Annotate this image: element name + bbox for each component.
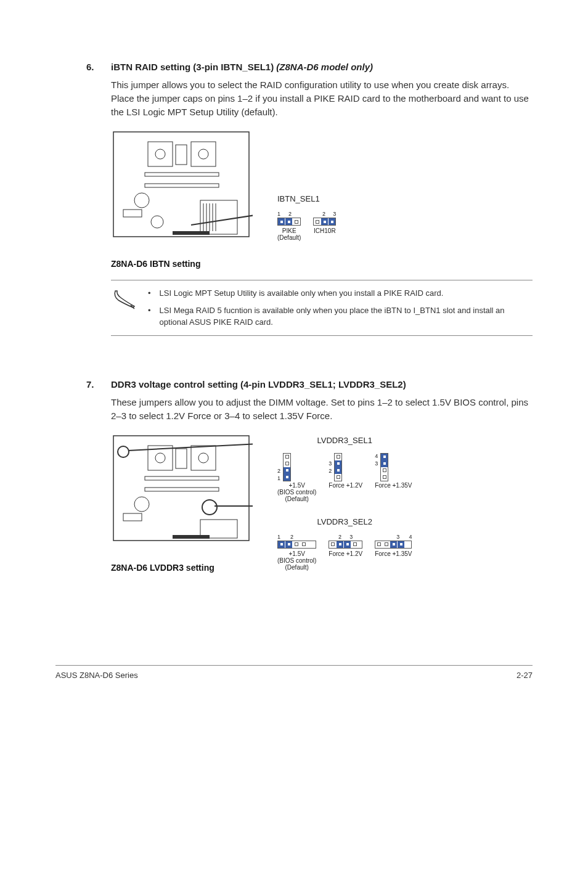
pin-num: 3 bbox=[333, 211, 336, 217]
sel2-opt3: 34 Force +1.35V bbox=[375, 534, 412, 557]
sel1-opt3: 34 Force +1.35V bbox=[375, 452, 412, 502]
jumper-lvddr3-sel2: LVDDR3_SEL2 12 +1.5V (BIOS control) (Def… bbox=[277, 517, 412, 571]
section-7: 7. DDR3 voltage control setting (4-pin L… bbox=[86, 379, 533, 573]
section-7-title: DDR3 voltage control setting (4-pin LVDD… bbox=[111, 379, 406, 390]
note-block: • LSI Logic MPT Setup Utility is availab… bbox=[111, 280, 533, 336]
svg-rect-19 bbox=[113, 436, 249, 541]
bullet-dot: • bbox=[148, 305, 151, 327]
opt-label: (BIOS control) bbox=[277, 489, 316, 496]
opt-label: Force +1.35V bbox=[375, 482, 412, 489]
section-6-number: 6. bbox=[86, 62, 111, 72]
jumper-label: IBTN_SEL1 bbox=[277, 194, 336, 203]
section-7-body: These jumpers allow you to adjust the DI… bbox=[111, 396, 533, 423]
svg-rect-11 bbox=[200, 200, 237, 234]
sel1-label: LVDDR3_SEL1 bbox=[277, 436, 412, 445]
svg-point-28 bbox=[134, 497, 149, 512]
section-6-body: This jumper allows you to select the RAI… bbox=[111, 78, 533, 118]
bullet-dot: • bbox=[148, 288, 151, 299]
note-bullet-1: • LSI Logic MPT Setup Utility is availab… bbox=[148, 288, 529, 299]
svg-rect-30 bbox=[123, 513, 142, 521]
jumper-lvddr3-sel1: LVDDR3_SEL1 12 +1.5V (BIOS control) (Def… bbox=[277, 436, 412, 502]
motherboard-illustration-2: Z8NA-D6 LVDDR3 setting bbox=[111, 433, 253, 573]
note-list: • LSI Logic MPT Setup Utility is availab… bbox=[148, 288, 529, 328]
section-6-title: iBTN RAID setting (3-pin IBTN_SEL1) (Z8N… bbox=[111, 62, 373, 72]
pin-num: 3 bbox=[329, 460, 332, 467]
section-7-diagram: Z8NA-D6 LVDDR3 setting LVDDR3_SEL1 12 bbox=[111, 433, 533, 573]
svg-point-23 bbox=[198, 453, 208, 463]
pin-num: 4 bbox=[375, 452, 378, 460]
diagram-caption-6: Z8NA-D6 IBTN setting bbox=[111, 259, 253, 269]
jumper-label-default: (Default) bbox=[277, 234, 301, 241]
jumper-label-pike: PIKE bbox=[277, 227, 301, 234]
sel2-opt2: 23 Force +1.2V bbox=[329, 534, 362, 557]
opt-label: +1.5V bbox=[277, 550, 316, 557]
svg-rect-17 bbox=[173, 231, 210, 235]
svg-point-3 bbox=[155, 149, 165, 159]
svg-rect-1 bbox=[148, 142, 173, 166]
opt-label: Force +1.2V bbox=[329, 550, 362, 557]
pin-num: 3 bbox=[396, 534, 399, 540]
pin-num: 2 bbox=[338, 534, 341, 540]
opt-label: Force +1.2V bbox=[329, 482, 362, 489]
pin-num: 2 bbox=[288, 211, 292, 217]
sel2-label: LVDDR3_SEL2 bbox=[277, 517, 412, 526]
pin-num: 4 bbox=[409, 534, 412, 540]
svg-rect-7 bbox=[145, 184, 219, 187]
section-6: 6. iBTN RAID setting (3-pin IBTN_SEL1) (… bbox=[86, 62, 533, 336]
opt-label: (BIOS control) bbox=[277, 557, 316, 564]
jumper-option-ich10r: 23 ICH10R bbox=[313, 211, 336, 234]
svg-point-29 bbox=[202, 500, 217, 515]
svg-rect-5 bbox=[176, 145, 187, 165]
svg-rect-27 bbox=[145, 488, 219, 491]
sel1-opt1: 12 +1.5V (BIOS control) (Default) bbox=[277, 452, 316, 502]
opt-label: +1.5V bbox=[277, 482, 316, 489]
svg-point-8 bbox=[134, 193, 149, 208]
svg-rect-26 bbox=[145, 476, 219, 480]
section-7-number: 7. bbox=[86, 379, 111, 390]
svg-point-4 bbox=[198, 149, 208, 159]
pin-num: 1 bbox=[277, 211, 280, 217]
pin-num: 1 bbox=[277, 475, 280, 482]
pin-num: 3 bbox=[349, 534, 353, 540]
svg-rect-0 bbox=[113, 132, 249, 237]
svg-rect-6 bbox=[145, 173, 219, 176]
sel1-opt2: 23 Force +1.2V bbox=[329, 452, 362, 502]
section-7-heading: 7. DDR3 voltage control setting (4-pin L… bbox=[86, 379, 533, 390]
section-6-diagram: Z8NA-D6 IBTN setting IBTN_SEL1 12 PIKE (… bbox=[111, 129, 533, 269]
svg-rect-21 bbox=[191, 446, 216, 470]
svg-point-10 bbox=[151, 216, 163, 228]
motherboard-illustration: Z8NA-D6 IBTN setting bbox=[111, 129, 253, 269]
pin-num: 3 bbox=[375, 460, 378, 467]
page-footer: ASUS Z8NA-D6 Series 2-27 bbox=[55, 665, 533, 680]
pin-num: 2 bbox=[329, 467, 332, 475]
jumper-ibtn-sel1: IBTN_SEL1 12 PIKE (Default) 23 ICH10R bbox=[277, 194, 336, 241]
svg-point-24 bbox=[118, 446, 129, 457]
svg-rect-32 bbox=[173, 535, 210, 539]
svg-rect-9 bbox=[123, 210, 142, 217]
footer-left: ASUS Z8NA-D6 Series bbox=[55, 671, 138, 680]
pin-num: 2 bbox=[277, 467, 280, 475]
opt-label: Force +1.35V bbox=[375, 550, 412, 557]
note-text-1: LSI Logic MPT Setup Utility is available… bbox=[160, 288, 444, 299]
note-bullet-2: • LSI Mega RAID 5 fucntion is available … bbox=[148, 305, 529, 327]
title-model: (Z8NA-D6 model only) bbox=[276, 62, 373, 72]
lvddr3-jumpers: LVDDR3_SEL1 12 +1.5V (BIOS control) (Def… bbox=[277, 436, 412, 571]
opt-label: (Default) bbox=[277, 496, 316, 502]
sel2-opt1: 12 +1.5V (BIOS control) (Default) bbox=[277, 534, 316, 571]
svg-rect-2 bbox=[191, 142, 216, 166]
pin-num: 2 bbox=[290, 534, 293, 540]
svg-rect-25 bbox=[176, 449, 187, 468]
title-text: iBTN RAID setting (3-pin IBTN_SEL1) bbox=[111, 62, 276, 72]
note-icon bbox=[111, 288, 138, 328]
section-6-heading: 6. iBTN RAID setting (3-pin IBTN_SEL1) (… bbox=[86, 62, 533, 72]
jumper-option-pike: 12 PIKE (Default) bbox=[277, 211, 301, 241]
svg-point-22 bbox=[155, 453, 165, 463]
diagram-caption-7: Z8NA-D6 LVDDR3 setting bbox=[111, 563, 253, 573]
jumper-label-ich10r: ICH10R bbox=[313, 227, 336, 234]
footer-right: 2-27 bbox=[517, 671, 533, 680]
pin-num: 1 bbox=[277, 534, 280, 540]
opt-label: (Default) bbox=[277, 564, 316, 571]
pin-num: 2 bbox=[322, 211, 325, 217]
note-text-2: LSI Mega RAID 5 fucntion is available on… bbox=[160, 305, 529, 327]
